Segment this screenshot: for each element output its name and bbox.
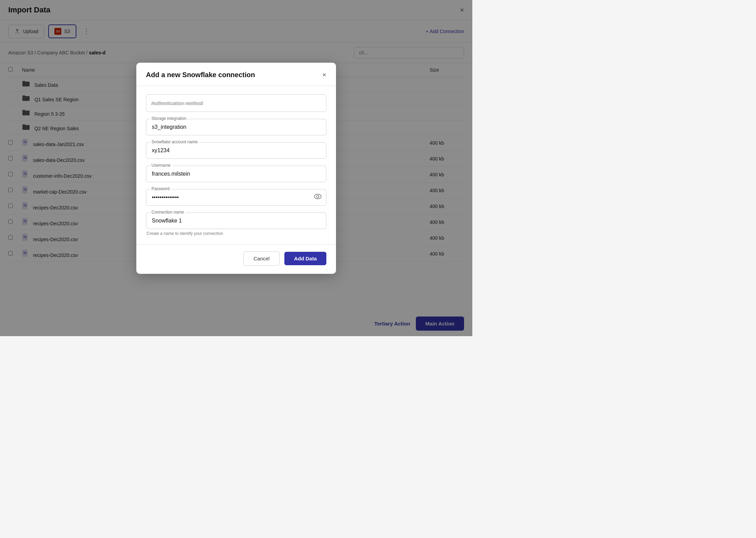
password-input[interactable] — [146, 189, 326, 206]
snowflake-connection-modal: Add a new Snowflake connection × Authent… — [136, 63, 336, 274]
auth-method-field: Authentication method Authentication met… — [146, 94, 326, 112]
password-label: Password — [150, 186, 171, 191]
connection-name-label: Connection name — [150, 210, 185, 215]
storage-integration-input[interactable] — [146, 119, 326, 135]
username-input[interactable] — [146, 166, 326, 182]
account-name-label: Snowflake account name — [150, 139, 199, 144]
account-name-input[interactable] — [146, 142, 326, 159]
add-data-button[interactable]: Add Data — [284, 252, 326, 265]
svg-point-25 — [314, 194, 321, 199]
toggle-password-button[interactable] — [314, 194, 322, 201]
connection-name-input[interactable] — [146, 213, 326, 229]
eye-icon — [314, 194, 322, 200]
modal-close-button[interactable]: × — [322, 71, 326, 79]
modal-title: Add a new Snowflake connection — [146, 71, 255, 79]
modal-overlay: Add a new Snowflake connection × Authent… — [0, 0, 472, 336]
account-name-field: Snowflake account name — [146, 142, 326, 159]
auth-method-select[interactable]: Authentication method — [146, 94, 326, 112]
username-field: Username — [146, 166, 326, 182]
storage-integration-label: Storage integration — [150, 116, 188, 121]
cancel-button[interactable]: Cancel — [243, 251, 280, 266]
svg-point-26 — [317, 195, 319, 198]
username-label: Username — [150, 163, 172, 168]
storage-integration-field: Storage integration — [146, 119, 326, 135]
connection-name-hint: Create a name to identify your connectio… — [146, 231, 326, 236]
password-field: Password — [146, 189, 326, 206]
connection-name-field: Connection name Create a name to identif… — [146, 213, 326, 236]
